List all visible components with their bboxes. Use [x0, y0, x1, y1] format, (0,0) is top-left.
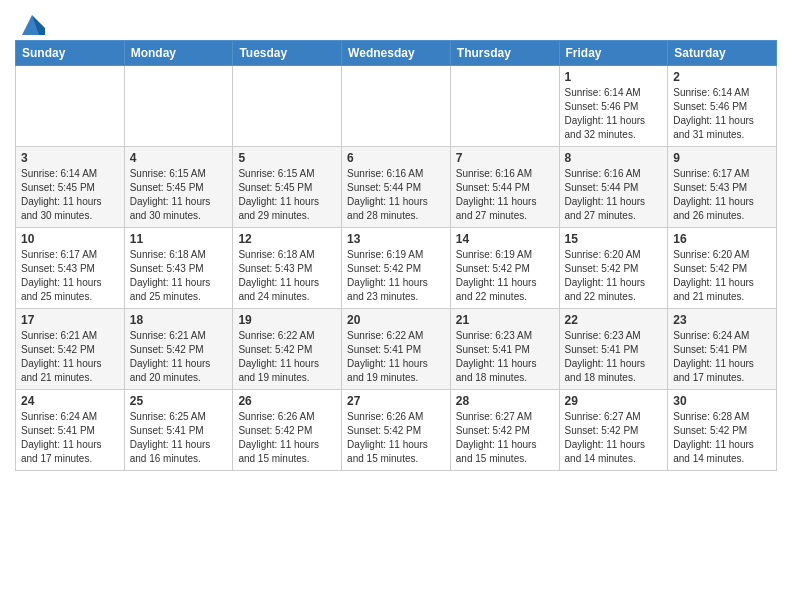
day-info: Sunrise: 6:27 AM Sunset: 5:42 PM Dayligh… — [565, 410, 663, 466]
calendar-cell: 20Sunrise: 6:22 AM Sunset: 5:41 PM Dayli… — [342, 309, 451, 390]
day-number: 4 — [130, 151, 228, 165]
day-info: Sunrise: 6:14 AM Sunset: 5:46 PM Dayligh… — [565, 86, 663, 142]
calendar-cell: 8Sunrise: 6:16 AM Sunset: 5:44 PM Daylig… — [559, 147, 668, 228]
calendar-cell: 15Sunrise: 6:20 AM Sunset: 5:42 PM Dayli… — [559, 228, 668, 309]
day-number: 10 — [21, 232, 119, 246]
calendar-cell: 16Sunrise: 6:20 AM Sunset: 5:42 PM Dayli… — [668, 228, 777, 309]
calendar-cell: 27Sunrise: 6:26 AM Sunset: 5:42 PM Dayli… — [342, 390, 451, 471]
day-number: 15 — [565, 232, 663, 246]
day-number: 30 — [673, 394, 771, 408]
calendar-cell: 19Sunrise: 6:22 AM Sunset: 5:42 PM Dayli… — [233, 309, 342, 390]
day-number: 26 — [238, 394, 336, 408]
day-info: Sunrise: 6:16 AM Sunset: 5:44 PM Dayligh… — [456, 167, 554, 223]
day-number: 24 — [21, 394, 119, 408]
day-header-saturday: Saturday — [668, 41, 777, 66]
day-header-tuesday: Tuesday — [233, 41, 342, 66]
day-header-thursday: Thursday — [450, 41, 559, 66]
calendar-cell — [124, 66, 233, 147]
day-number: 7 — [456, 151, 554, 165]
calendar-week-2: 3Sunrise: 6:14 AM Sunset: 5:45 PM Daylig… — [16, 147, 777, 228]
calendar-cell: 12Sunrise: 6:18 AM Sunset: 5:43 PM Dayli… — [233, 228, 342, 309]
day-header-monday: Monday — [124, 41, 233, 66]
day-number: 25 — [130, 394, 228, 408]
day-info: Sunrise: 6:16 AM Sunset: 5:44 PM Dayligh… — [347, 167, 445, 223]
day-info: Sunrise: 6:20 AM Sunset: 5:42 PM Dayligh… — [673, 248, 771, 304]
day-number: 19 — [238, 313, 336, 327]
calendar-cell — [233, 66, 342, 147]
logo — [15, 10, 47, 32]
calendar-cell: 26Sunrise: 6:26 AM Sunset: 5:42 PM Dayli… — [233, 390, 342, 471]
day-info: Sunrise: 6:28 AM Sunset: 5:42 PM Dayligh… — [673, 410, 771, 466]
day-number: 14 — [456, 232, 554, 246]
day-number: 29 — [565, 394, 663, 408]
day-number: 9 — [673, 151, 771, 165]
day-info: Sunrise: 6:17 AM Sunset: 5:43 PM Dayligh… — [21, 248, 119, 304]
calendar-cell: 2Sunrise: 6:14 AM Sunset: 5:46 PM Daylig… — [668, 66, 777, 147]
day-number: 12 — [238, 232, 336, 246]
day-number: 27 — [347, 394, 445, 408]
day-info: Sunrise: 6:18 AM Sunset: 5:43 PM Dayligh… — [130, 248, 228, 304]
calendar-header-row: SundayMondayTuesdayWednesdayThursdayFrid… — [16, 41, 777, 66]
calendar-cell: 25Sunrise: 6:25 AM Sunset: 5:41 PM Dayli… — [124, 390, 233, 471]
day-info: Sunrise: 6:26 AM Sunset: 5:42 PM Dayligh… — [238, 410, 336, 466]
day-info: Sunrise: 6:20 AM Sunset: 5:42 PM Dayligh… — [565, 248, 663, 304]
day-info: Sunrise: 6:27 AM Sunset: 5:42 PM Dayligh… — [456, 410, 554, 466]
day-info: Sunrise: 6:14 AM Sunset: 5:46 PM Dayligh… — [673, 86, 771, 142]
calendar-cell: 6Sunrise: 6:16 AM Sunset: 5:44 PM Daylig… — [342, 147, 451, 228]
day-number: 20 — [347, 313, 445, 327]
calendar-cell: 21Sunrise: 6:23 AM Sunset: 5:41 PM Dayli… — [450, 309, 559, 390]
calendar-cell: 28Sunrise: 6:27 AM Sunset: 5:42 PM Dayli… — [450, 390, 559, 471]
calendar-cell: 24Sunrise: 6:24 AM Sunset: 5:41 PM Dayli… — [16, 390, 125, 471]
calendar-cell: 7Sunrise: 6:16 AM Sunset: 5:44 PM Daylig… — [450, 147, 559, 228]
calendar-cell: 18Sunrise: 6:21 AM Sunset: 5:42 PM Dayli… — [124, 309, 233, 390]
day-info: Sunrise: 6:22 AM Sunset: 5:42 PM Dayligh… — [238, 329, 336, 385]
day-info: Sunrise: 6:24 AM Sunset: 5:41 PM Dayligh… — [673, 329, 771, 385]
day-number: 6 — [347, 151, 445, 165]
calendar-cell: 5Sunrise: 6:15 AM Sunset: 5:45 PM Daylig… — [233, 147, 342, 228]
calendar-cell: 30Sunrise: 6:28 AM Sunset: 5:42 PM Dayli… — [668, 390, 777, 471]
day-number: 2 — [673, 70, 771, 84]
day-number: 5 — [238, 151, 336, 165]
day-info: Sunrise: 6:18 AM Sunset: 5:43 PM Dayligh… — [238, 248, 336, 304]
day-info: Sunrise: 6:23 AM Sunset: 5:41 PM Dayligh… — [456, 329, 554, 385]
day-info: Sunrise: 6:26 AM Sunset: 5:42 PM Dayligh… — [347, 410, 445, 466]
day-info: Sunrise: 6:19 AM Sunset: 5:42 PM Dayligh… — [456, 248, 554, 304]
calendar-cell: 9Sunrise: 6:17 AM Sunset: 5:43 PM Daylig… — [668, 147, 777, 228]
day-info: Sunrise: 6:19 AM Sunset: 5:42 PM Dayligh… — [347, 248, 445, 304]
day-number: 16 — [673, 232, 771, 246]
day-info: Sunrise: 6:15 AM Sunset: 5:45 PM Dayligh… — [130, 167, 228, 223]
page-container: SundayMondayTuesdayWednesdayThursdayFrid… — [0, 0, 792, 481]
day-info: Sunrise: 6:14 AM Sunset: 5:45 PM Dayligh… — [21, 167, 119, 223]
day-info: Sunrise: 6:16 AM Sunset: 5:44 PM Dayligh… — [565, 167, 663, 223]
day-number: 13 — [347, 232, 445, 246]
calendar-week-5: 24Sunrise: 6:24 AM Sunset: 5:41 PM Dayli… — [16, 390, 777, 471]
calendar-week-3: 10Sunrise: 6:17 AM Sunset: 5:43 PM Dayli… — [16, 228, 777, 309]
day-header-wednesday: Wednesday — [342, 41, 451, 66]
calendar-cell: 29Sunrise: 6:27 AM Sunset: 5:42 PM Dayli… — [559, 390, 668, 471]
day-info: Sunrise: 6:21 AM Sunset: 5:42 PM Dayligh… — [21, 329, 119, 385]
calendar-cell: 3Sunrise: 6:14 AM Sunset: 5:45 PM Daylig… — [16, 147, 125, 228]
calendar-cell: 17Sunrise: 6:21 AM Sunset: 5:42 PM Dayli… — [16, 309, 125, 390]
day-info: Sunrise: 6:17 AM Sunset: 5:43 PM Dayligh… — [673, 167, 771, 223]
calendar-cell — [16, 66, 125, 147]
header — [15, 10, 777, 32]
calendar-cell: 4Sunrise: 6:15 AM Sunset: 5:45 PM Daylig… — [124, 147, 233, 228]
day-info: Sunrise: 6:23 AM Sunset: 5:41 PM Dayligh… — [565, 329, 663, 385]
day-number: 23 — [673, 313, 771, 327]
calendar-week-4: 17Sunrise: 6:21 AM Sunset: 5:42 PM Dayli… — [16, 309, 777, 390]
calendar-cell: 14Sunrise: 6:19 AM Sunset: 5:42 PM Dayli… — [450, 228, 559, 309]
day-number: 3 — [21, 151, 119, 165]
day-info: Sunrise: 6:21 AM Sunset: 5:42 PM Dayligh… — [130, 329, 228, 385]
calendar-cell — [450, 66, 559, 147]
logo-icon — [17, 10, 47, 40]
calendar-table: SundayMondayTuesdayWednesdayThursdayFrid… — [15, 40, 777, 471]
day-number: 1 — [565, 70, 663, 84]
day-info: Sunrise: 6:22 AM Sunset: 5:41 PM Dayligh… — [347, 329, 445, 385]
day-number: 22 — [565, 313, 663, 327]
day-info: Sunrise: 6:15 AM Sunset: 5:45 PM Dayligh… — [238, 167, 336, 223]
day-number: 28 — [456, 394, 554, 408]
day-number: 18 — [130, 313, 228, 327]
calendar-cell: 23Sunrise: 6:24 AM Sunset: 5:41 PM Dayli… — [668, 309, 777, 390]
day-number: 17 — [21, 313, 119, 327]
calendar-cell — [342, 66, 451, 147]
